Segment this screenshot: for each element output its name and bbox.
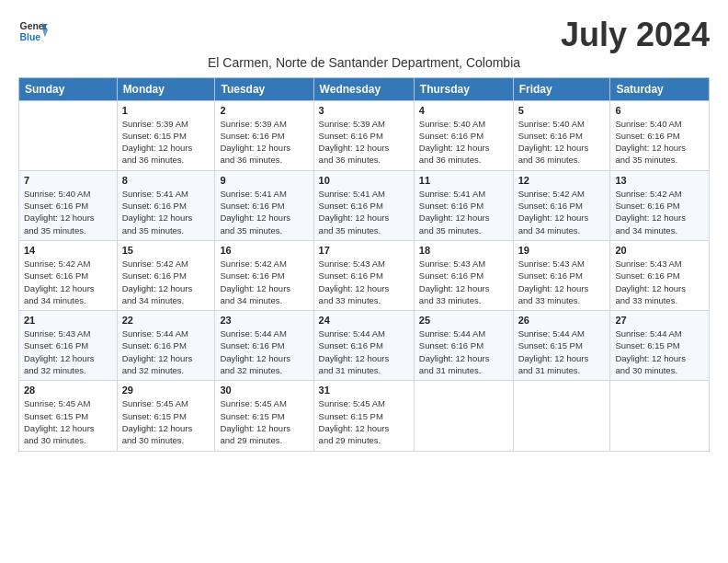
calendar-cell: 6Sunrise: 5:40 AM Sunset: 6:16 PM Daylig… bbox=[610, 100, 710, 170]
calendar-cell bbox=[19, 100, 118, 170]
day-info: Sunrise: 5:43 AM Sunset: 6:16 PM Dayligh… bbox=[419, 258, 508, 306]
day-info: Sunrise: 5:41 AM Sunset: 6:16 PM Dayligh… bbox=[220, 188, 308, 236]
calendar-cell: 29Sunrise: 5:45 AM Sunset: 6:15 PM Dayli… bbox=[117, 381, 215, 451]
day-number: 6 bbox=[615, 105, 704, 116]
calendar-cell: 28Sunrise: 5:45 AM Sunset: 6:15 PM Dayli… bbox=[19, 381, 118, 451]
page: General Blue July 2024 El Carmen, Norte … bbox=[0, 0, 728, 563]
day-number: 7 bbox=[24, 175, 112, 186]
day-info: Sunrise: 5:44 AM Sunset: 6:16 PM Dayligh… bbox=[319, 327, 409, 376]
day-info: Sunrise: 5:44 AM Sunset: 6:16 PM Dayligh… bbox=[419, 327, 508, 376]
calendar-day-header: Friday bbox=[513, 77, 610, 100]
day-number: 20 bbox=[615, 245, 704, 256]
day-number: 24 bbox=[319, 315, 409, 326]
day-info: Sunrise: 5:40 AM Sunset: 6:16 PM Dayligh… bbox=[615, 118, 704, 167]
calendar-day-header: Monday bbox=[117, 77, 215, 100]
calendar-week-row: 14Sunrise: 5:42 AM Sunset: 6:16 PM Dayli… bbox=[19, 240, 710, 310]
calendar-cell: 16Sunrise: 5:42 AM Sunset: 6:16 PM Dayli… bbox=[215, 240, 313, 310]
day-number: 26 bbox=[518, 315, 606, 326]
calendar-cell: 30Sunrise: 5:45 AM Sunset: 6:15 PM Dayli… bbox=[215, 381, 313, 451]
calendar-table: SundayMondayTuesdayWednesdayThursdayFrid… bbox=[18, 77, 710, 452]
day-number: 27 bbox=[615, 315, 704, 326]
day-info: Sunrise: 5:42 AM Sunset: 6:16 PM Dayligh… bbox=[518, 188, 606, 236]
day-number: 8 bbox=[122, 175, 210, 186]
calendar-cell: 14Sunrise: 5:42 AM Sunset: 6:16 PM Dayli… bbox=[19, 240, 118, 310]
day-number: 11 bbox=[419, 175, 508, 186]
day-number: 30 bbox=[220, 385, 308, 396]
calendar-cell: 4Sunrise: 5:40 AM Sunset: 6:16 PM Daylig… bbox=[414, 100, 513, 170]
day-info: Sunrise: 5:41 AM Sunset: 6:16 PM Dayligh… bbox=[319, 188, 409, 236]
day-number: 13 bbox=[615, 175, 704, 186]
day-info: Sunrise: 5:41 AM Sunset: 6:16 PM Dayligh… bbox=[122, 188, 210, 236]
calendar-cell: 15Sunrise: 5:42 AM Sunset: 6:16 PM Dayli… bbox=[117, 240, 215, 310]
calendar-cell: 22Sunrise: 5:44 AM Sunset: 6:16 PM Dayli… bbox=[117, 311, 215, 381]
calendar-cell: 23Sunrise: 5:44 AM Sunset: 6:16 PM Dayli… bbox=[215, 311, 313, 381]
calendar-cell: 20Sunrise: 5:43 AM Sunset: 6:16 PM Dayli… bbox=[610, 240, 710, 310]
calendar-cell: 17Sunrise: 5:43 AM Sunset: 6:16 PM Dayli… bbox=[313, 240, 414, 310]
calendar-cell: 2Sunrise: 5:39 AM Sunset: 6:16 PM Daylig… bbox=[215, 100, 313, 170]
calendar-cell bbox=[513, 381, 610, 451]
day-info: Sunrise: 5:40 AM Sunset: 6:16 PM Dayligh… bbox=[518, 118, 606, 167]
calendar-cell: 25Sunrise: 5:44 AM Sunset: 6:16 PM Dayli… bbox=[414, 311, 513, 381]
calendar-cell: 21Sunrise: 5:43 AM Sunset: 6:16 PM Dayli… bbox=[19, 311, 118, 381]
calendar-cell: 8Sunrise: 5:41 AM Sunset: 6:16 PM Daylig… bbox=[117, 170, 215, 240]
calendar-week-row: 7Sunrise: 5:40 AM Sunset: 6:16 PM Daylig… bbox=[19, 170, 710, 240]
day-number: 31 bbox=[319, 385, 409, 396]
calendar-cell: 19Sunrise: 5:43 AM Sunset: 6:16 PM Dayli… bbox=[513, 240, 610, 310]
day-number: 4 bbox=[419, 105, 508, 116]
day-info: Sunrise: 5:43 AM Sunset: 6:16 PM Dayligh… bbox=[24, 327, 112, 376]
day-number: 15 bbox=[122, 245, 210, 256]
day-number: 9 bbox=[220, 175, 308, 186]
day-number: 1 bbox=[122, 105, 210, 116]
day-info: Sunrise: 5:45 AM Sunset: 6:15 PM Dayligh… bbox=[122, 397, 210, 446]
logo-icon: General Blue bbox=[18, 17, 48, 46]
day-info: Sunrise: 5:44 AM Sunset: 6:16 PM Dayligh… bbox=[122, 327, 210, 376]
header: General Blue July 2024 bbox=[18, 17, 710, 53]
day-number: 23 bbox=[220, 315, 308, 326]
calendar-cell: 27Sunrise: 5:44 AM Sunset: 6:15 PM Dayli… bbox=[610, 311, 710, 381]
day-info: Sunrise: 5:41 AM Sunset: 6:16 PM Dayligh… bbox=[419, 188, 508, 236]
day-info: Sunrise: 5:43 AM Sunset: 6:16 PM Dayligh… bbox=[518, 258, 606, 306]
calendar-header-row: SundayMondayTuesdayWednesdayThursdayFrid… bbox=[19, 77, 710, 100]
day-info: Sunrise: 5:44 AM Sunset: 6:15 PM Dayligh… bbox=[615, 327, 704, 376]
day-number: 28 bbox=[24, 385, 112, 396]
day-number: 16 bbox=[220, 245, 308, 256]
calendar-day-header: Wednesday bbox=[313, 77, 414, 100]
day-number: 25 bbox=[419, 315, 508, 326]
calendar-day-header: Sunday bbox=[19, 77, 118, 100]
day-number: 19 bbox=[518, 245, 606, 256]
day-info: Sunrise: 5:42 AM Sunset: 6:16 PM Dayligh… bbox=[122, 258, 210, 306]
calendar-day-header: Tuesday bbox=[215, 77, 313, 100]
day-number: 18 bbox=[419, 245, 508, 256]
calendar-cell: 5Sunrise: 5:40 AM Sunset: 6:16 PM Daylig… bbox=[513, 100, 610, 170]
calendar-body: 1Sunrise: 5:39 AM Sunset: 6:15 PM Daylig… bbox=[19, 100, 710, 451]
calendar-cell: 18Sunrise: 5:43 AM Sunset: 6:16 PM Dayli… bbox=[414, 240, 513, 310]
calendar-day-header: Thursday bbox=[414, 77, 513, 100]
logo: General Blue bbox=[18, 17, 51, 46]
day-number: 3 bbox=[319, 105, 409, 116]
day-info: Sunrise: 5:42 AM Sunset: 6:16 PM Dayligh… bbox=[615, 188, 704, 236]
day-number: 5 bbox=[518, 105, 606, 116]
calendar-cell: 13Sunrise: 5:42 AM Sunset: 6:16 PM Dayli… bbox=[610, 170, 710, 240]
day-info: Sunrise: 5:42 AM Sunset: 6:16 PM Dayligh… bbox=[220, 258, 308, 306]
day-info: Sunrise: 5:40 AM Sunset: 6:16 PM Dayligh… bbox=[419, 118, 508, 167]
day-info: Sunrise: 5:45 AM Sunset: 6:15 PM Dayligh… bbox=[24, 397, 112, 446]
calendar-week-row: 21Sunrise: 5:43 AM Sunset: 6:16 PM Dayli… bbox=[19, 311, 710, 381]
day-info: Sunrise: 5:39 AM Sunset: 6:16 PM Dayligh… bbox=[319, 118, 409, 167]
day-number: 14 bbox=[24, 245, 112, 256]
calendar-cell: 24Sunrise: 5:44 AM Sunset: 6:16 PM Dayli… bbox=[313, 311, 414, 381]
calendar-cell bbox=[610, 381, 710, 451]
day-info: Sunrise: 5:42 AM Sunset: 6:16 PM Dayligh… bbox=[24, 258, 112, 306]
day-info: Sunrise: 5:40 AM Sunset: 6:16 PM Dayligh… bbox=[24, 188, 112, 236]
calendar-cell: 26Sunrise: 5:44 AM Sunset: 6:15 PM Dayli… bbox=[513, 311, 610, 381]
day-info: Sunrise: 5:43 AM Sunset: 6:16 PM Dayligh… bbox=[615, 258, 704, 306]
calendar-week-row: 1Sunrise: 5:39 AM Sunset: 6:15 PM Daylig… bbox=[19, 100, 710, 170]
calendar-cell: 7Sunrise: 5:40 AM Sunset: 6:16 PM Daylig… bbox=[19, 170, 118, 240]
day-number: 2 bbox=[220, 105, 308, 116]
day-info: Sunrise: 5:43 AM Sunset: 6:16 PM Dayligh… bbox=[319, 258, 409, 306]
svg-marker-3 bbox=[42, 29, 48, 37]
calendar-cell: 12Sunrise: 5:42 AM Sunset: 6:16 PM Dayli… bbox=[513, 170, 610, 240]
day-number: 22 bbox=[122, 315, 210, 326]
day-info: Sunrise: 5:45 AM Sunset: 6:15 PM Dayligh… bbox=[319, 397, 409, 446]
svg-text:Blue: Blue bbox=[20, 32, 41, 42]
day-info: Sunrise: 5:44 AM Sunset: 6:16 PM Dayligh… bbox=[220, 327, 308, 376]
